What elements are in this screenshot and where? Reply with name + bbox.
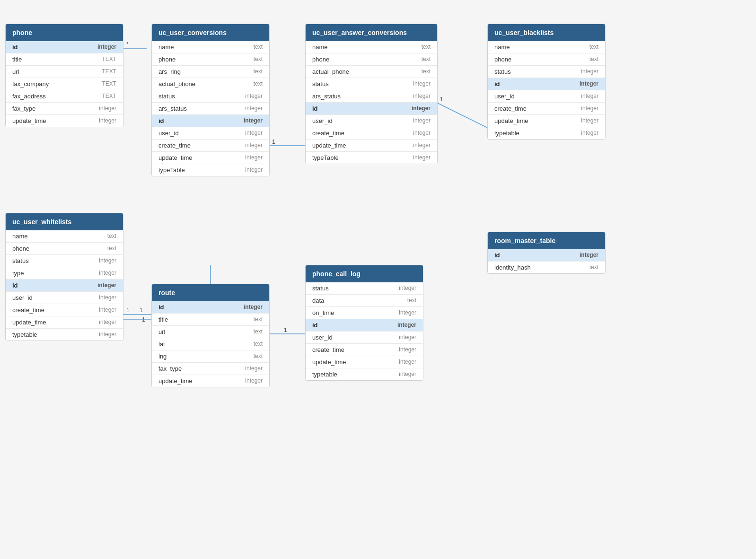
table-row: titletext [152, 314, 269, 326]
col-name: create_time [312, 346, 344, 353]
table-row: lattext [152, 338, 269, 350]
col-name: phone [494, 56, 511, 63]
col-name: name [158, 44, 174, 51]
table-body-room_master_table: idintegeridentity_hashtext [488, 249, 605, 273]
table-room_master_table: room_master_tableidintegeridentity_hasht… [487, 232, 606, 274]
table-row: statusinteger [152, 90, 269, 103]
col-type: text [254, 56, 263, 63]
col-name: user_id [12, 294, 33, 301]
svg-text:*: * [126, 41, 129, 48]
table-row: idinteger [152, 301, 269, 314]
col-type: integer [244, 304, 263, 311]
table-header-uc_user_blacklists: uc_user_blacklists [488, 24, 605, 41]
col-name: phone [12, 245, 29, 252]
table-row: idinteger [6, 41, 123, 53]
col-type: integer [245, 166, 263, 174]
table-row: fax_typeinteger [6, 103, 123, 115]
col-type: integer [413, 93, 431, 100]
table-row: fax_companyTEXT [6, 78, 123, 90]
table-row: ars_statusinteger [152, 103, 269, 115]
col-type: text [107, 233, 116, 240]
svg-line-4 [438, 103, 487, 128]
table-row: user_idinteger [306, 332, 423, 344]
col-name: fax_type [158, 365, 182, 372]
col-type: integer [99, 105, 116, 112]
col-type: integer [413, 154, 431, 161]
table-row: update_timeinteger [6, 316, 123, 329]
table-row: create_timeinteger [488, 103, 605, 115]
table-row: update_timeinteger [152, 152, 269, 164]
col-name: status [312, 80, 329, 87]
col-name: status [494, 68, 511, 75]
table-row: typetableinteger [488, 127, 605, 139]
col-type: text [254, 341, 263, 348]
svg-text:1: 1 [440, 96, 443, 103]
col-name: id [158, 304, 164, 311]
table-row: typeTableinteger [152, 164, 269, 176]
col-type: integer [413, 142, 431, 149]
table-row: typeinteger [6, 267, 123, 280]
col-type: integer [399, 309, 416, 316]
table-row: typeTableinteger [306, 152, 437, 164]
table-row: phonetext [152, 53, 269, 66]
col-type: integer [99, 306, 116, 314]
table-row: lngtext [152, 350, 269, 363]
table-row: nametext [306, 41, 437, 53]
col-type: integer [581, 68, 598, 75]
table-row: identity_hashtext [488, 262, 605, 273]
col-name: ars_ring [158, 68, 181, 75]
table-row: fax_typeinteger [152, 363, 269, 375]
col-type: integer [581, 105, 598, 112]
col-name: fax_address [12, 93, 46, 100]
table-row: nametext [152, 41, 269, 53]
col-type: integer [99, 257, 116, 264]
col-type: text [107, 245, 116, 252]
table-row: statusinteger [306, 78, 437, 90]
table-body-uc_user_whitelists: nametextphonetextstatusintegertypeintege… [6, 230, 123, 341]
col-type: integer [99, 319, 116, 326]
col-type: text [422, 68, 431, 75]
col-name: create_time [494, 105, 527, 112]
table-header-uc_user_conversions: uc_user_conversions [152, 24, 269, 41]
col-name: typetable [12, 331, 37, 338]
col-type: text [589, 264, 598, 271]
col-type: text [254, 80, 263, 87]
col-type: text [254, 353, 263, 360]
col-type: text [407, 297, 416, 304]
col-name: typeTable [312, 154, 339, 161]
table-header-route: route [152, 284, 269, 301]
col-name: url [12, 68, 19, 75]
table-row: idinteger [306, 103, 437, 115]
table-route: routeidintegertitletexturltextlattextlng… [151, 284, 270, 387]
col-type: integer [413, 117, 431, 124]
table-body-uc_user_answer_conversions: nametextphonetextactual_phonetextstatusi… [306, 41, 437, 164]
table-uc_user_blacklists: uc_user_blacklistsnametextphonetextstatu… [487, 24, 606, 140]
table-header-room_master_table: room_master_table [488, 232, 605, 249]
svg-text:1: 1 [272, 139, 275, 145]
col-type: integer [580, 252, 598, 259]
col-name: user_id [158, 130, 179, 137]
table-row: nametext [488, 41, 605, 53]
table-row: update_timeinteger [306, 356, 423, 368]
col-name: name [494, 44, 510, 51]
col-name: data [312, 297, 324, 304]
table-row: statusinteger [306, 282, 423, 295]
col-name: fax_type [12, 105, 35, 112]
col-type: integer [245, 154, 263, 161]
col-type: integer [245, 93, 263, 100]
col-name: id [312, 105, 318, 112]
svg-text:1: 1 [284, 327, 287, 333]
table-row: ars_ringtext [152, 66, 269, 78]
col-name: fax_company [12, 80, 49, 87]
table-row: fax_addressTEXT [6, 90, 123, 103]
col-name: actual_phone [312, 68, 349, 75]
col-type: integer [399, 358, 416, 366]
col-name: id [494, 252, 500, 259]
table-row: idinteger [152, 115, 269, 127]
table-row: idinteger [488, 78, 605, 90]
table-row: idinteger [488, 249, 605, 262]
table-row: actual_phonetext [306, 66, 437, 78]
table-body-phone_call_log: statusintegerdatatexton_timeintegeridint… [306, 282, 423, 380]
col-name: url [158, 328, 165, 335]
table-row: urltext [152, 326, 269, 338]
